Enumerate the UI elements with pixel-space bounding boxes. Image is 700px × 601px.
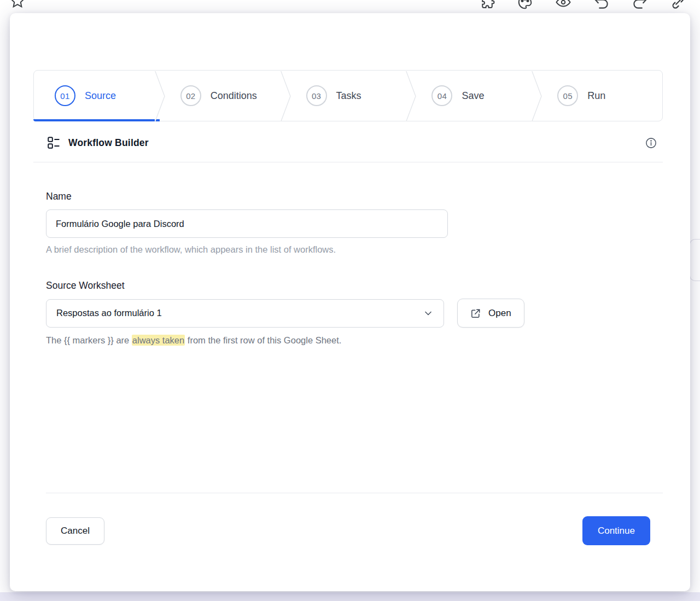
help-text-after: from the first row of this Google Sheet. bbox=[185, 335, 341, 345]
worksheet-select-value: Respostas ao formulário 1 bbox=[56, 308, 162, 318]
step-tasks[interactable]: 03 Tasks bbox=[285, 71, 411, 121]
name-help-text: A brief description of the workflow, whi… bbox=[46, 244, 663, 255]
step-number-badge: 03 bbox=[306, 85, 327, 106]
step-label: Run bbox=[587, 90, 605, 102]
step-label: Tasks bbox=[336, 90, 361, 102]
info-icon bbox=[645, 137, 657, 149]
modal-footer: Cancel Continue bbox=[46, 516, 650, 545]
background-bottom-strip bbox=[0, 592, 700, 601]
undo-icon[interactable] bbox=[593, 0, 610, 10]
worksheet-select[interactable]: Respostas ao formulário 1 bbox=[46, 299, 444, 328]
step-label: Conditions bbox=[211, 90, 257, 102]
stepper: 01 Source 02 Conditions 03 Tasks 04 Save… bbox=[33, 70, 663, 121]
open-worksheet-button[interactable]: Open bbox=[457, 299, 524, 328]
workflow-name-input[interactable] bbox=[46, 209, 448, 238]
theme-palette-icon[interactable] bbox=[517, 0, 533, 10]
link-icon[interactable] bbox=[670, 0, 686, 10]
step-number-badge: 02 bbox=[180, 85, 201, 106]
workflow-builder-title: Workflow Builder bbox=[68, 137, 149, 149]
step-label: Save bbox=[462, 90, 484, 102]
step-conditions[interactable]: 02 Conditions bbox=[160, 71, 285, 121]
step-run[interactable]: 05 Run bbox=[536, 71, 662, 121]
source-worksheet-label: Source Worksheet bbox=[46, 280, 663, 291]
continue-button[interactable]: Continue bbox=[582, 516, 650, 545]
external-link-icon bbox=[470, 308, 481, 319]
step-save[interactable]: 04 Save bbox=[411, 71, 536, 121]
workflow-form: Name A brief description of the workflow… bbox=[46, 162, 663, 346]
step-source[interactable]: 01 Source bbox=[34, 71, 160, 121]
extension-puzzle-icon[interactable] bbox=[479, 0, 495, 10]
open-button-label: Open bbox=[488, 308, 511, 319]
step-number-badge: 01 bbox=[55, 85, 75, 106]
background-panel-edge bbox=[690, 239, 700, 281]
help-text-highlight: always taken bbox=[132, 335, 185, 346]
help-text-before: The {{ markers }} are bbox=[46, 335, 132, 345]
flex-spacer bbox=[33, 346, 663, 493]
cancel-button[interactable]: Cancel bbox=[46, 517, 104, 545]
workflow-builder-header: Workflow Builder bbox=[46, 130, 663, 155]
workflow-modal: 01 Source 02 Conditions 03 Tasks 04 Save… bbox=[10, 13, 690, 591]
info-button[interactable] bbox=[644, 136, 658, 150]
worksheet-help-text: The {{ markers }} are always taken from … bbox=[46, 335, 663, 346]
step-number-badge: 05 bbox=[557, 85, 578, 106]
chevron-down-icon bbox=[423, 308, 434, 319]
name-label: Name bbox=[46, 191, 663, 202]
workflow-builder-icon bbox=[46, 136, 61, 150]
step-label: Source bbox=[85, 90, 116, 102]
footer-divider bbox=[46, 493, 663, 493]
preview-eye-icon[interactable] bbox=[555, 0, 571, 10]
star-icon[interactable] bbox=[9, 0, 26, 9]
worksheet-row: Respostas ao formulário 1 Open bbox=[46, 299, 663, 328]
step-number-badge: 04 bbox=[431, 85, 452, 106]
redo-icon[interactable] bbox=[632, 0, 648, 10]
